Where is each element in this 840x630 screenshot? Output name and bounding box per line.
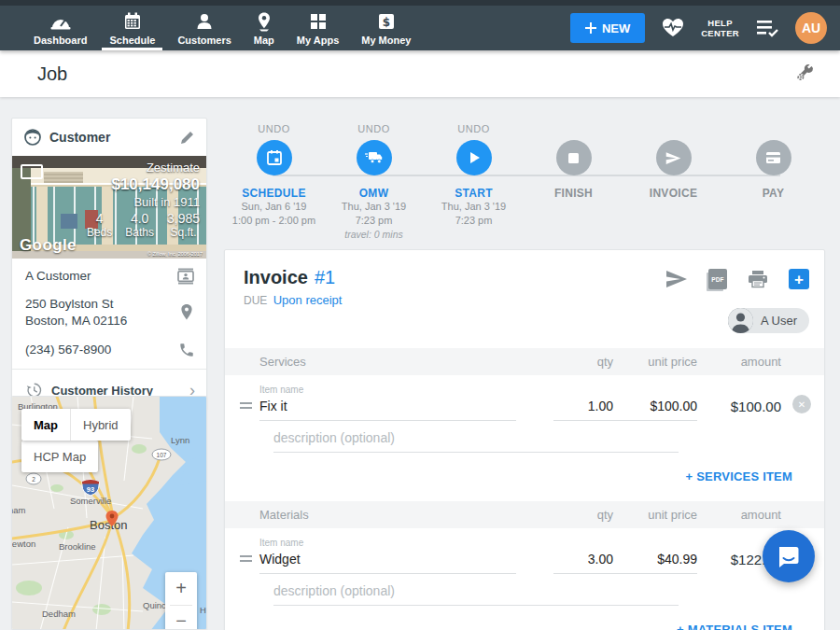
nav-label: My Money <box>361 35 411 46</box>
amount-column-header: amount <box>697 355 781 369</box>
customer-phone: (234) 567-8900 <box>25 342 178 358</box>
truck-icon <box>365 150 384 165</box>
material-description-row: description (optional) <box>225 574 824 606</box>
customer-address: 250 Boylston St Boston, MA 02116 <box>25 296 178 329</box>
zillow-copyright: © Zillow, Inc. 2006-2017 <box>147 251 203 257</box>
nav-tabs: Dashboard Schedule Customers Map My Apps <box>22 6 422 50</box>
edit-pencil-icon[interactable] <box>179 130 195 146</box>
undo-link[interactable]: UNDO <box>357 123 389 136</box>
timeline-step-invoice: INVOICE <box>623 123 723 245</box>
map-zoom-control: + − <box>165 572 197 630</box>
add-materials-item-link[interactable]: + MATERIALS ITEM <box>677 623 792 630</box>
add-services-item-link[interactable]: + SERVICES ITEM <box>686 469 792 483</box>
invoice-title: Invoice <box>244 267 308 288</box>
street-view-frame-icon[interactable] <box>21 164 43 179</box>
hybrid-button[interactable]: Hybrid <box>71 409 131 441</box>
remove-item-icon[interactable]: ✕ <box>792 395 811 413</box>
nav-item-dashboard[interactable]: Dashboard <box>22 6 98 50</box>
assignee-chip[interactable]: A User <box>728 308 809 333</box>
svg-text:$: $ <box>383 15 390 28</box>
start-step-button[interactable] <box>456 140 492 175</box>
customer-card-title: Customer <box>49 130 179 145</box>
service-unit-price-input[interactable]: $100.00 <box>613 399 697 421</box>
invoice-number[interactable]: #1 <box>315 267 335 288</box>
service-qty-input[interactable]: 1.00 <box>553 399 613 421</box>
map-label: ham <box>12 505 26 515</box>
qty-column-header: qty <box>553 355 613 369</box>
map-button[interactable]: Map <box>21 409 71 441</box>
play-icon <box>467 150 482 165</box>
nav-item-my-apps[interactable]: My Apps <box>286 6 350 50</box>
job-settings-icon[interactable] <box>793 63 816 85</box>
service-item-name-input[interactable]: Fix it <box>259 399 516 421</box>
send-invoice-icon[interactable] <box>665 270 688 288</box>
material-unit-price-input[interactable]: $40.99 <box>613 552 697 574</box>
svg-text:93: 93 <box>87 485 94 494</box>
user-avatar[interactable]: AU <box>795 12 827 44</box>
customer-card: Customer Zestimate $10,149,080 Built in … <box>11 118 207 410</box>
undo-link[interactable]: UNDO <box>258 123 289 136</box>
nav-label: Customers <box>177 35 231 46</box>
hcp-map-button[interactable]: HCP Map <box>21 441 98 472</box>
page-title-bar: Job <box>0 50 840 97</box>
new-button[interactable]: NEW <box>570 13 645 43</box>
material-qty-input[interactable]: 3.00 <box>553 552 613 574</box>
svg-text:2: 2 <box>32 476 35 483</box>
customer-address-row: 250 Boylston St Boston, MA 02116 <box>12 294 206 338</box>
material-description-input[interactable]: description (optional) <box>273 583 679 606</box>
nav-item-customers[interactable]: Customers <box>166 6 242 50</box>
pay-step-button[interactable] <box>756 140 791 175</box>
invoice-step-button[interactable] <box>656 140 692 175</box>
zoom-in-button[interactable]: + <box>165 572 197 605</box>
unit-price-column-header: unit price <box>613 355 697 369</box>
phone-icon[interactable] <box>178 342 195 358</box>
map-label: Brookline <box>59 541 96 552</box>
nav-item-map[interactable]: Map <box>243 6 286 50</box>
item-name-label: Item name <box>259 538 516 548</box>
customer-name: A Customer <box>25 268 176 285</box>
map-card: 93 107 2 Burlington Lynn Somerville ham … <box>11 396 207 630</box>
finish-step-button[interactable] <box>556 140 592 175</box>
add-invoice-button[interactable]: + <box>789 269 809 289</box>
person-icon <box>194 11 215 32</box>
omw-step-button[interactable] <box>357 140 392 175</box>
page-title: Job <box>37 63 67 85</box>
invoice-card: Invoice #1 DUE Upon receipt PDF + A User… <box>224 249 825 630</box>
nav-item-my-money[interactable]: $ My Money <box>350 6 422 50</box>
chat-launcher-button[interactable] <box>763 530 815 582</box>
stop-icon <box>567 152 580 164</box>
drag-handle-icon[interactable] <box>240 553 259 574</box>
baths-stat: 4.0 Baths <box>125 211 154 239</box>
undo-link[interactable]: UNDO <box>457 123 489 136</box>
property-photo[interactable]: Zestimate $10,149,080 Built in 1911 4 Be… <box>12 156 206 259</box>
chat-icon <box>777 544 801 568</box>
map-type-buttons: Map Hybrid <box>21 409 131 441</box>
assignee-avatar-icon <box>728 308 753 333</box>
tasks-list-icon[interactable] <box>755 19 779 37</box>
location-pin-icon[interactable] <box>178 303 195 322</box>
help-center-link[interactable]: HELP CENTER <box>701 18 739 38</box>
pdf-icon[interactable]: PDF <box>708 269 727 289</box>
map-label: Newton <box>12 539 35 549</box>
google-logo: Google <box>20 236 77 255</box>
material-item-name-input[interactable]: Widget <box>259 552 516 574</box>
timeline-step-omw: UNDO OMW Thu, Jan 3 '19 7:23 pm travel: … <box>324 123 424 245</box>
map-label: Hi <box>200 605 207 615</box>
svg-text:107: 107 <box>157 452 167 458</box>
assignee-name: A User <box>761 314 797 328</box>
due-terms-link[interactable]: Upon receipt <box>273 293 343 307</box>
zoom-out-button[interactable]: − <box>165 606 197 630</box>
contact-card-icon[interactable] <box>176 267 195 286</box>
schedule-step-button[interactable] <box>257 140 292 175</box>
drag-handle-icon[interactable] <box>240 399 259 421</box>
print-icon[interactable] <box>748 270 768 288</box>
send-icon <box>665 151 681 165</box>
timeline-step-schedule: UNDO SCHEDULE Sun, Jan 6 '19 1:00 pm - 2… <box>224 123 324 245</box>
nav-label: Map <box>254 35 274 46</box>
service-description-row: description (optional) <box>225 421 824 453</box>
health-heart-icon[interactable] <box>661 17 685 39</box>
apps-grid-icon <box>308 11 329 32</box>
nav-item-schedule[interactable]: Schedule <box>98 6 166 50</box>
timeline-step-finish: FINISH <box>524 123 623 245</box>
service-description-input[interactable]: description (optional) <box>273 430 679 453</box>
